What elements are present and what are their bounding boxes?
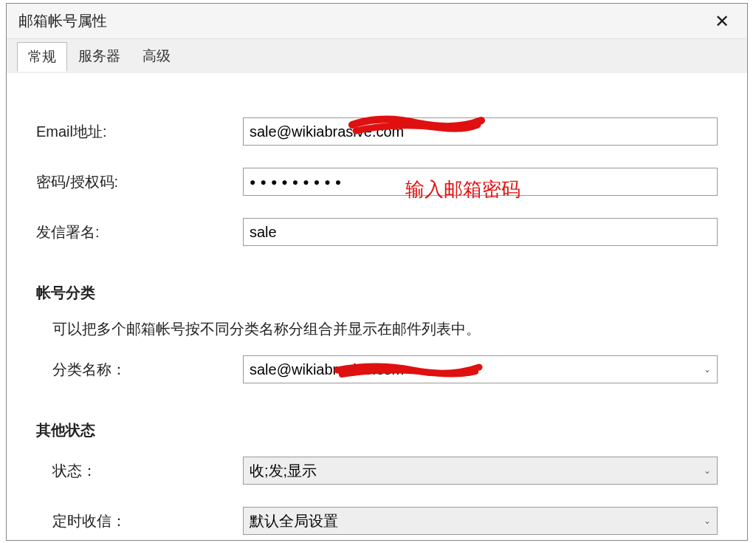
- email-row: Email地址:: [36, 117, 718, 146]
- tabbar: 常规 服务器 高级: [7, 39, 747, 73]
- chevron-down-icon: ⌄: [704, 364, 711, 375]
- email-input[interactable]: [243, 117, 718, 146]
- schedule-select[interactable]: 默认全局设置 ⌄: [243, 507, 718, 535]
- schedule-row: 定时收信： 默认全局设置 ⌄: [36, 507, 718, 535]
- tab-general[interactable]: 常规: [17, 42, 67, 72]
- schedule-value: 默认全局设置: [250, 511, 338, 531]
- content-area: Email地址: 密码/授权码: 发信署名: 帐号分类 可以把多个邮箱帐号按不同…: [7, 73, 747, 535]
- signature-input[interactable]: [243, 218, 718, 246]
- dialog-title: 邮箱帐号属性: [18, 11, 107, 31]
- tab-advanced[interactable]: 高级: [131, 41, 182, 71]
- dialog-window: 邮箱帐号属性 ✕ 常规 服务器 高级 Email地址: 密码/授权码: 发信署名…: [6, 3, 748, 541]
- other-status-header: 其他状态: [36, 420, 718, 440]
- password-row: 密码/授权码:: [36, 168, 718, 196]
- tab-server[interactable]: 服务器: [67, 41, 131, 71]
- chevron-down-icon: ⌄: [704, 465, 711, 476]
- status-row: 状态： 收;发;显示 ⌄: [36, 457, 718, 485]
- category-description: 可以把多个邮箱帐号按不同分类名称分组合并显示在邮件列表中。: [36, 319, 718, 339]
- status-label: 状态：: [36, 461, 243, 481]
- schedule-label: 定时收信：: [36, 511, 243, 531]
- password-input[interactable]: [243, 168, 718, 196]
- status-select[interactable]: 收;发;显示 ⌄: [243, 457, 718, 485]
- category-name-value: sale@wikiabrasive.com: [250, 361, 404, 378]
- signature-label: 发信署名:: [36, 222, 243, 242]
- email-label: Email地址:: [36, 122, 243, 142]
- password-label: 密码/授权码:: [36, 172, 243, 192]
- category-name-label: 分类名称：: [36, 360, 243, 380]
- signature-row: 发信署名:: [36, 218, 718, 246]
- chevron-down-icon: ⌄: [704, 516, 711, 526]
- titlebar: 邮箱帐号属性 ✕: [7, 4, 747, 39]
- category-header: 帐号分类: [36, 283, 718, 303]
- category-name-select[interactable]: sale@wikiabrasive.com ⌄: [243, 355, 718, 383]
- close-icon[interactable]: ✕: [709, 13, 735, 30]
- status-value: 收;发;显示: [250, 461, 317, 481]
- category-name-row: 分类名称： sale@wikiabrasive.com ⌄: [36, 355, 718, 383]
